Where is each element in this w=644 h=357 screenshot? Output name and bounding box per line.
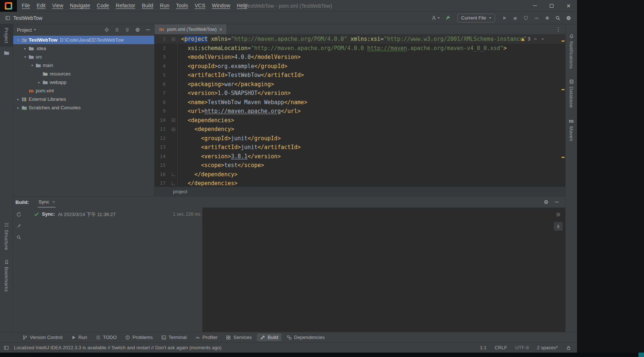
status-message[interactable]: Localized IntelliJ IDEA 2022.3.3 is avai…	[14, 345, 222, 350]
menu-item-build[interactable]: Build	[138, 0, 156, 11]
lock-icon[interactable]	[566, 345, 571, 350]
code-line-9[interactable]: 9 <url>http://maven.apache.org</url>	[155, 107, 565, 116]
warning-stripe-mark[interactable]	[562, 40, 565, 42]
tree-item-idea[interactable]: ▸.idea	[13, 44, 154, 53]
inspections-widget[interactable]: 3	[521, 36, 545, 42]
tool-window-button-terminal[interactable]: Terminal	[158, 333, 190, 341]
tool-stripe-notifications[interactable]: Notifications	[566, 34, 577, 69]
tree-item-webapp[interactable]: ▸webapp	[13, 78, 154, 86]
minimize-button[interactable]	[526, 0, 543, 12]
fold-end-icon[interactable]	[169, 170, 177, 179]
next-problem-icon[interactable]	[541, 37, 545, 41]
tool-stripe-maven[interactable]: mMaven	[566, 118, 577, 141]
tool-window-button-dependencies[interactable]: Dependencies	[283, 333, 328, 341]
tool-stripe-bookmarks[interactable]: Bookmarks	[0, 259, 13, 292]
expand-icon[interactable]	[114, 27, 120, 32]
hide-icon[interactable]	[145, 27, 151, 32]
fold-collapse-icon[interactable]	[169, 125, 177, 134]
indent-style[interactable]: 2 spaces*	[537, 345, 558, 350]
code-line-17[interactable]: 17 </dependencies>	[155, 179, 565, 187]
filter-icon[interactable]	[16, 235, 21, 240]
code-line-2[interactable]: 2 xsi:schemaLocation="http://maven.apach…	[155, 44, 565, 53]
collapse-icon[interactable]	[125, 27, 130, 32]
menu-item-window[interactable]: Window	[209, 0, 234, 11]
prev-problem-icon[interactable]	[533, 37, 538, 41]
chevron-right-icon[interactable]: ▸	[15, 97, 21, 101]
locate-icon[interactable]	[104, 27, 109, 32]
user-button[interactable]	[431, 15, 440, 21]
tool-window-button-build[interactable]: Build	[257, 333, 282, 341]
sync-tab-close-icon[interactable]: ×	[52, 199, 55, 205]
tree-item-main[interactable]: ▾main	[13, 61, 154, 70]
pin-icon[interactable]	[16, 223, 21, 229]
file-encoding[interactable]: UTF-8	[515, 345, 529, 350]
debug-button[interactable]	[513, 15, 518, 21]
chevron-down-icon[interactable]: ▾	[15, 38, 21, 42]
tool-windows-toggle-icon[interactable]	[4, 345, 9, 350]
tool-stripe-structure[interactable]: Structure	[0, 222, 13, 250]
chevron-right-icon[interactable]: ▸	[36, 80, 42, 84]
menu-item-view[interactable]: View	[49, 0, 67, 11]
code-line-6[interactable]: 6 <packaging>war</packaging>	[155, 80, 565, 89]
menu-item-refactor[interactable]: Refactor	[113, 0, 139, 11]
line-separator[interactable]: CRLF	[495, 345, 507, 350]
tree-item-resources[interactable]: resources	[13, 70, 154, 78]
code-line-4[interactable]: 4 <groupId>org.example</groupId>	[155, 62, 565, 71]
code-line-15[interactable]: 15 <scope>test</scope>	[155, 161, 565, 170]
code-line-13[interactable]: 13 <artifactId>junit</artifactId>	[155, 143, 565, 152]
breadcrumb-item-project[interactable]: project	[173, 189, 187, 194]
menu-item-code[interactable]: Code	[93, 0, 112, 11]
run-config-select[interactable]: Current File	[457, 14, 495, 22]
menu-item-edit[interactable]: Edit	[33, 0, 49, 11]
code-line-1[interactable]: 1<project xmlns="http://maven.apache.org…	[155, 35, 565, 44]
chevron-down-icon[interactable]: ▾	[22, 55, 28, 59]
tab-sync[interactable]: Sync ×	[38, 197, 56, 208]
close-button[interactable]: ×	[560, 0, 577, 12]
menu-item-navigate[interactable]: Navigate	[67, 0, 93, 11]
tree-item-src[interactable]: ▾src	[13, 53, 154, 61]
soft-wrap-button[interactable]	[554, 210, 563, 219]
code-line-11[interactable]: 11 <dependency>	[155, 125, 565, 134]
tree-item-pom-xml[interactable]: mpom.xml	[13, 86, 154, 95]
tool-window-button-problems[interactable]: Problems	[122, 333, 156, 341]
fold-collapse-icon[interactable]	[169, 116, 177, 125]
chevron-right-icon[interactable]: ▸	[15, 106, 21, 110]
tool-window-button-profiler[interactable]: Profiler	[192, 333, 221, 341]
code-line-8[interactable]: 8 <name>TestWebTow Maven Webapp</name>	[155, 98, 565, 107]
chevron-down-icon[interactable]: ▾	[29, 63, 35, 67]
tree-item-scratches-and-consoles[interactable]: ▸Scratches and Consoles	[13, 103, 154, 112]
tool-window-button-services[interactable]: Services	[223, 333, 255, 341]
chevron-down-icon[interactable]	[34, 29, 36, 31]
tab-close-icon[interactable]: ×	[219, 26, 222, 32]
warning-stripe-mark[interactable]	[562, 89, 565, 90]
editor-scrollbar[interactable]	[561, 35, 565, 187]
tool-stripe-database[interactable]: Database	[566, 79, 577, 108]
tool-window-button-version-control[interactable]: Version Control	[19, 333, 66, 341]
scroll-end-button[interactable]	[554, 222, 563, 231]
menu-item-vcs[interactable]: VCS	[191, 0, 209, 11]
tool-stripe-project[interactable]: Project	[0, 24, 13, 47]
stop-button[interactable]	[545, 15, 550, 21]
tab-pom-xml[interactable]: m pom.xml (TestWebTow) ×	[155, 24, 226, 34]
tree-item-external-libraries[interactable]: ▸External Libraries	[13, 95, 154, 103]
fold-end-icon[interactable]	[169, 179, 177, 187]
settings-gray-icon[interactable]	[544, 199, 549, 205]
settings-button[interactable]	[566, 15, 571, 21]
code-line-7[interactable]: 7 <version>1.0-SNAPSHOT</version>	[155, 89, 565, 98]
tool-window-button-run[interactable]: Run	[68, 333, 91, 341]
menu-item-run[interactable]: Run	[157, 0, 173, 11]
code-line-14[interactable]: 14 <version>3.8.1</version>	[155, 152, 565, 161]
menu-item-file[interactable]: File	[18, 0, 33, 11]
refresh-icon[interactable]	[16, 212, 21, 217]
code-line-5[interactable]: 5 <artifactId>TestWebTow</artifactId>	[155, 71, 565, 80]
code-line-16[interactable]: 16 </dependency>	[155, 170, 565, 179]
caret-position[interactable]: 1:1	[480, 345, 486, 350]
code-line-10[interactable]: 10 <dependencies>	[155, 116, 565, 125]
search-button[interactable]	[555, 15, 560, 21]
code-line-12[interactable]: 12 <groupId>junit</groupId>	[155, 134, 565, 143]
app-menu-button[interactable]	[0, 0, 17, 12]
warning-stripe-mark[interactable]	[562, 157, 565, 158]
chevron-right-icon[interactable]: ▸	[22, 46, 28, 50]
project-widget[interactable]: TestWebTow	[13, 15, 42, 21]
tool-stripe-button[interactable]	[0, 47, 13, 59]
